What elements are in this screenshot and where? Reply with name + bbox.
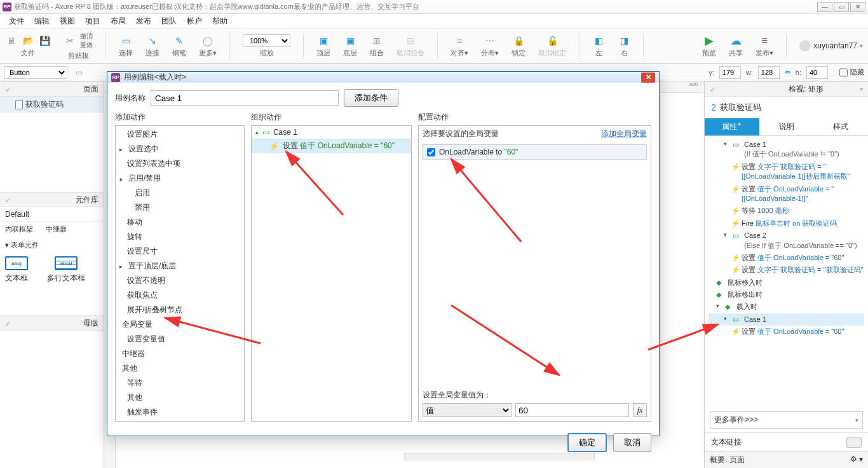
new-icon[interactable]: 🗎 bbox=[5, 34, 18, 47]
fx-button[interactable]: fx bbox=[633, 403, 647, 417]
more-icon[interactable]: ◯ bbox=[201, 34, 214, 47]
pin-icon[interactable]: ⇙ bbox=[5, 320, 10, 327]
event-mouseout[interactable]: 鼠标移出时 bbox=[728, 290, 864, 299]
cancel-button[interactable]: 取消 bbox=[613, 433, 651, 452]
form-widgets-header[interactable]: ▾ 表单元件 bbox=[0, 237, 104, 251]
action-item[interactable]: 设置图片 bbox=[127, 129, 158, 140]
textarea-widget[interactable]: abcd多行文本框 bbox=[47, 256, 85, 284]
lock-icon[interactable]: 🔒 bbox=[512, 34, 525, 47]
action-group[interactable]: 其他 bbox=[122, 363, 137, 374]
tab-properties[interactable]: 属性★ bbox=[705, 118, 759, 135]
action-link[interactable]: 文字于 获取验证码 = "[[OnLoadVariable-1]]秒后重新获取" bbox=[742, 163, 850, 180]
org-case-name[interactable]: Case 1 bbox=[273, 128, 297, 137]
action-item[interactable]: 设置不透明 bbox=[127, 275, 165, 286]
right-pane-icon[interactable]: ◨ bbox=[618, 34, 630, 47]
action-group[interactable]: 全局变量 bbox=[122, 319, 153, 330]
lib-category[interactable]: 中继器 bbox=[46, 224, 67, 234]
dialog-close-button[interactable]: ✕ bbox=[641, 72, 655, 83]
dialog-titlebar[interactable]: RP 用例编辑<载入时> ✕ bbox=[107, 72, 659, 83]
unlock-icon[interactable]: 🔓 bbox=[546, 34, 559, 47]
share-icon[interactable]: ☁ bbox=[729, 34, 742, 47]
action-link[interactable]: 鼠标单击时 on 获取验证码 bbox=[756, 219, 837, 227]
select-icon[interactable]: ▭ bbox=[119, 34, 132, 47]
action-item[interactable]: 设置选中 bbox=[128, 144, 159, 155]
variable-checkbox[interactable] bbox=[427, 148, 435, 156]
page-item[interactable]: 获取验证码 bbox=[0, 97, 104, 113]
connect-icon[interactable]: ↘ bbox=[146, 34, 159, 47]
publish-icon[interactable]: ≡ bbox=[758, 34, 771, 47]
action-item[interactable]: 其他 bbox=[127, 392, 142, 403]
add-condition-button[interactable]: 添加条件 bbox=[344, 89, 398, 107]
pin-icon[interactable]: ⇙ bbox=[5, 196, 10, 203]
textbox-widget[interactable]: abc|文本框 bbox=[5, 256, 28, 284]
tab-style[interactable]: 样式 bbox=[813, 118, 868, 135]
action-item[interactable]: 置于顶层/底层 bbox=[128, 261, 176, 272]
library-select[interactable]: Default bbox=[0, 207, 104, 222]
action-item[interactable]: 设置列表选中项 bbox=[127, 158, 180, 169]
link-button[interactable] bbox=[846, 437, 862, 448]
pin-icon[interactable]: ⇙ bbox=[5, 86, 10, 93]
action-list[interactable]: 设置图片 ▸设置选中 设置列表选中项 ▴启用/禁用 启用 禁用 移动 旋转 设置… bbox=[115, 125, 245, 422]
undo-btn[interactable]: 撤消 bbox=[80, 32, 93, 41]
user-menu[interactable]: xuyuanfan77▾ bbox=[799, 40, 863, 52]
ungroup-icon[interactable]: ⊟ bbox=[404, 34, 417, 47]
ok-button[interactable]: 确定 bbox=[567, 433, 607, 452]
pen-icon[interactable]: ✎ bbox=[173, 34, 186, 47]
action-item[interactable]: 旋转 bbox=[127, 231, 142, 242]
add-global-var-link[interactable]: 添加全局变量 bbox=[601, 128, 647, 139]
left-pane-icon[interactable]: ◧ bbox=[592, 34, 605, 47]
front-icon[interactable]: ▣ bbox=[317, 34, 330, 47]
action-link[interactable]: 值于 OnLoadVariable = "60" bbox=[757, 327, 844, 335]
w-input[interactable] bbox=[758, 66, 780, 79]
filter-icon[interactable]: ⚙ ▾ bbox=[850, 455, 863, 465]
case-name[interactable]: Case 2 bbox=[744, 231, 766, 239]
action-group[interactable]: 中继器 bbox=[122, 348, 145, 359]
more-events-select[interactable]: 更多事件>>>▾ bbox=[710, 411, 863, 429]
action-link[interactable]: 1000 毫秒 bbox=[757, 207, 789, 214]
close-button[interactable]: ✕ bbox=[850, 2, 865, 12]
lib-category[interactable]: 内联框架 bbox=[5, 224, 33, 234]
shape-select[interactable]: Button bbox=[4, 66, 67, 79]
action-item[interactable]: 设置变量值 bbox=[127, 334, 165, 345]
action-item[interactable]: 禁用 bbox=[135, 202, 150, 213]
value-type-select[interactable]: 值 bbox=[423, 403, 512, 417]
case-name-input[interactable] bbox=[151, 90, 339, 106]
action-item[interactable]: 等待 bbox=[127, 378, 142, 389]
action-item[interactable]: 启用 bbox=[135, 188, 150, 198]
action-link[interactable]: 值于 OnLoadVariable = "60" bbox=[757, 254, 844, 261]
menu-view[interactable]: 视图 bbox=[56, 15, 79, 28]
menu-layout[interactable]: 布局 bbox=[107, 15, 130, 28]
redo-btn[interactable]: 重做 bbox=[80, 41, 93, 50]
action-item[interactable]: 设置尺寸 bbox=[127, 246, 158, 257]
menu-help[interactable]: 帮助 bbox=[208, 15, 231, 28]
shape-icon[interactable]: ▭ bbox=[72, 66, 85, 79]
variable-row[interactable]: OnLoadVariable to "60" bbox=[423, 145, 646, 159]
menu-project[interactable]: 项目 bbox=[81, 15, 104, 28]
action-item[interactable]: 移动 bbox=[127, 217, 142, 228]
open-icon[interactable]: 📂 bbox=[22, 34, 34, 47]
pin-icon[interactable]: ⇙ bbox=[710, 86, 715, 93]
event-onload[interactable]: 载入时 bbox=[736, 302, 864, 312]
group-icon[interactable]: ⊞ bbox=[370, 34, 383, 47]
back-icon[interactable]: ▣ bbox=[344, 34, 356, 47]
align-icon[interactable]: ≡ bbox=[453, 34, 466, 47]
menu-edit[interactable]: 编辑 bbox=[31, 15, 53, 28]
value-input[interactable] bbox=[515, 403, 629, 417]
expand-icon[interactable]: ▫ bbox=[860, 85, 863, 93]
hidden-checkbox[interactable] bbox=[839, 66, 848, 79]
link-wh-icon[interactable]: ⇔ bbox=[785, 68, 790, 76]
action-item[interactable]: 获取焦点 bbox=[127, 290, 158, 301]
org-action-row[interactable]: ⚡设置 值于 OnLoadVariable = "60" bbox=[252, 139, 411, 153]
action-link[interactable]: 文字于 获取验证码 = "获取验证码" bbox=[757, 266, 863, 273]
action-group[interactable]: 启用/禁用 bbox=[128, 173, 161, 184]
tab-notes[interactable]: 说明 bbox=[759, 118, 814, 135]
menu-account[interactable]: 帐户 bbox=[183, 15, 206, 28]
save-icon[interactable]: 💾 bbox=[38, 34, 51, 47]
minimize-button[interactable]: — bbox=[817, 2, 832, 12]
menu-file[interactable]: 文件 bbox=[5, 15, 28, 28]
case-name[interactable]: Case 1 bbox=[744, 315, 864, 324]
maximize-button[interactable]: ▭ bbox=[834, 2, 849, 12]
action-item[interactable]: 触发事件 bbox=[127, 407, 158, 418]
menu-team[interactable]: 团队 bbox=[158, 15, 180, 28]
cut-icon[interactable]: ✂ bbox=[64, 34, 76, 47]
